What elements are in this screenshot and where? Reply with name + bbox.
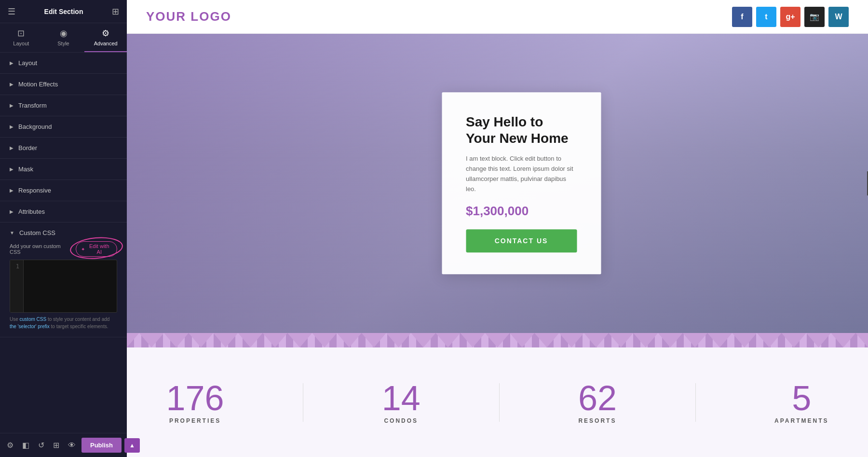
border-section-label: Border (18, 144, 37, 152)
transform-arrow-icon: ▶ (10, 103, 14, 108)
stat-condos-number: 14 (382, 381, 420, 415)
hero-section: + ⠿ ✕ ‹ Say Hello toYour New Home I am t… (127, 34, 868, 333)
section-item-attributes[interactable]: ▶ Attributes (0, 201, 127, 222)
section-item-border[interactable]: ▶ Border (0, 138, 127, 159)
layout-tab-label: Layout (13, 41, 29, 46)
panel-bottom-bar: ⚙ ◧ ↺ ⊞ 👁 Publish ▲ (0, 433, 127, 457)
section-item-motion-effects[interactable]: ▶ Motion Effects (0, 74, 127, 95)
left-panel: ☰ Edit Section ⊞ ⊡ Layout ◉ Style ⚙ Adva… (0, 0, 127, 457)
layout-tab-icon: ⊡ (17, 28, 25, 39)
custom-css-label-row: Add your own custom CSS Edit with AI (10, 241, 117, 257)
responsive-arrow-icon: ▶ (10, 188, 14, 193)
background-arrow-icon: ▶ (10, 124, 14, 129)
main-content: YOUR LOGO f t g+ 📷 W + ⠿ ✕ ‹ Say Hello t… (127, 0, 868, 457)
panel-sections: ▶ Layout ▶ Motion Effects ▶ Transform ▶ … (0, 53, 127, 433)
layout-arrow-icon: ▶ (10, 60, 14, 66)
stat-apartments-label: APARTMENTS (774, 417, 828, 424)
custom-css-header[interactable]: ▼ Custom CSS (10, 229, 117, 236)
responsive-section-label: Responsive (18, 187, 51, 194)
stat-condos: 14 CONDOS (382, 381, 420, 424)
css-editor[interactable]: 1 (10, 260, 117, 313)
stat-properties-number: 176 (166, 381, 224, 415)
motion-arrow-icon: ▶ (10, 82, 14, 87)
panel-header: ☰ Edit Section ⊞ (0, 0, 127, 23)
border-arrow-icon: ▶ (10, 145, 14, 151)
grid-icon[interactable]: ⊞ (112, 6, 119, 17)
motion-section-label: Motion Effects (18, 81, 58, 88)
transform-section-label: Transform (18, 102, 47, 109)
logo: YOUR LOGO (146, 9, 231, 24)
css-hint-link2[interactable]: the 'selector' prefix (10, 324, 50, 329)
style-tab-label: Style (57, 41, 69, 46)
stat-resorts-number: 62 (578, 381, 617, 415)
edit-with-ai-button[interactable]: Edit with AI (76, 241, 117, 257)
triangle-border-decoration (127, 333, 868, 347)
logo-your: YOUR (146, 9, 190, 24)
hero-price: $1,300,000 (466, 204, 577, 219)
section-item-responsive[interactable]: ▶ Responsive (0, 180, 127, 201)
section-item-layout[interactable]: ▶ Layout (0, 53, 127, 74)
stats-section: 176 PROPERTIES 14 CONDOS 62 RESORTS 5 AP… (127, 347, 868, 457)
panel-title: Edit Section (44, 8, 83, 15)
tab-layout[interactable]: ⊡ Layout (0, 23, 42, 52)
mask-section-label: Mask (18, 166, 33, 173)
social-website-btn[interactable]: W (828, 7, 849, 27)
tab-style[interactable]: ◉ Style (42, 23, 85, 52)
section-item-mask[interactable]: ▶ Mask (0, 159, 127, 180)
custom-css-section: ▼ Custom CSS Add your own custom CSS Edi… (0, 222, 127, 337)
responsive-icon[interactable]: ⊞ (50, 438, 62, 453)
history-icon[interactable]: ↺ (35, 438, 47, 453)
hero-card: Say Hello toYour New Home I am text bloc… (442, 92, 601, 274)
section-item-transform[interactable]: ▶ Transform (0, 95, 127, 116)
stat-resorts: 62 RESORTS (578, 381, 617, 424)
stat-properties-label: PROPERTIES (166, 417, 224, 424)
logo-logo: LOGO (190, 9, 231, 24)
custom-css-arrow-icon: ▼ (10, 230, 14, 235)
stat-resorts-label: RESORTS (578, 417, 617, 424)
panel-tabs: ⊡ Layout ◉ Style ⚙ Advanced (0, 23, 127, 53)
stat-divider-2 (499, 383, 500, 422)
stat-condos-label: CONDOS (382, 417, 420, 424)
tab-advanced[interactable]: ⚙ Advanced (84, 23, 127, 52)
css-textarea[interactable] (24, 260, 117, 312)
css-hint-text3: to target specific elements. (50, 324, 108, 329)
eye-icon[interactable]: 👁 (65, 438, 79, 453)
stat-divider-1 (303, 383, 303, 422)
ai-btn-wrapper: Edit with AI (76, 241, 117, 257)
background-section-label: Background (18, 123, 52, 130)
social-instagram-btn[interactable]: 📷 (804, 7, 825, 27)
publish-expand-button[interactable]: ▲ (124, 438, 140, 453)
social-googleplus-btn[interactable]: g+ (780, 7, 800, 27)
css-hint-text2: to style your content and add (46, 317, 109, 322)
attributes-arrow-icon: ▶ (10, 209, 14, 214)
settings-icon[interactable]: ⚙ (4, 438, 16, 453)
attributes-section-label: Attributes (18, 208, 45, 215)
style-tab-icon: ◉ (60, 28, 68, 39)
contact-us-button[interactable]: CONTACT US (466, 230, 577, 253)
social-facebook-btn[interactable]: f (732, 7, 752, 27)
top-nav: YOUR LOGO f t g+ 📷 W (127, 0, 868, 34)
advanced-tab-label: Advanced (94, 41, 118, 46)
stat-apartments-number: 5 (774, 381, 828, 415)
advanced-tab-icon: ⚙ (102, 28, 109, 39)
layout-section-label: Layout (18, 59, 37, 67)
add-css-hint-text: Add your own custom CSS (10, 243, 72, 255)
css-hint: Use custom CSS to style your content and… (10, 313, 117, 330)
publish-button[interactable]: Publish (81, 438, 122, 453)
stat-properties: 176 PROPERTIES (166, 381, 224, 424)
social-twitter-btn[interactable]: t (756, 7, 776, 27)
mask-arrow-icon: ▶ (10, 166, 14, 172)
hero-body-text: I am text block. Click edit button to ch… (466, 154, 577, 194)
hero-heading: Say Hello toYour New Home (466, 114, 577, 146)
layers-icon[interactable]: ◧ (19, 438, 32, 453)
stat-divider-3 (695, 383, 696, 422)
css-hint-link1[interactable]: custom CSS (20, 317, 47, 322)
social-icons-group: f t g+ 📷 W (732, 7, 849, 27)
stat-apartments: 5 APARTMENTS (774, 381, 828, 424)
css-hint-text1: Use (10, 317, 20, 322)
css-line-numbers: 1 (10, 260, 24, 312)
hamburger-icon[interactable]: ☰ (8, 6, 15, 17)
section-item-background[interactable]: ▶ Background (0, 116, 127, 138)
custom-css-header-label: Custom CSS (19, 229, 55, 236)
